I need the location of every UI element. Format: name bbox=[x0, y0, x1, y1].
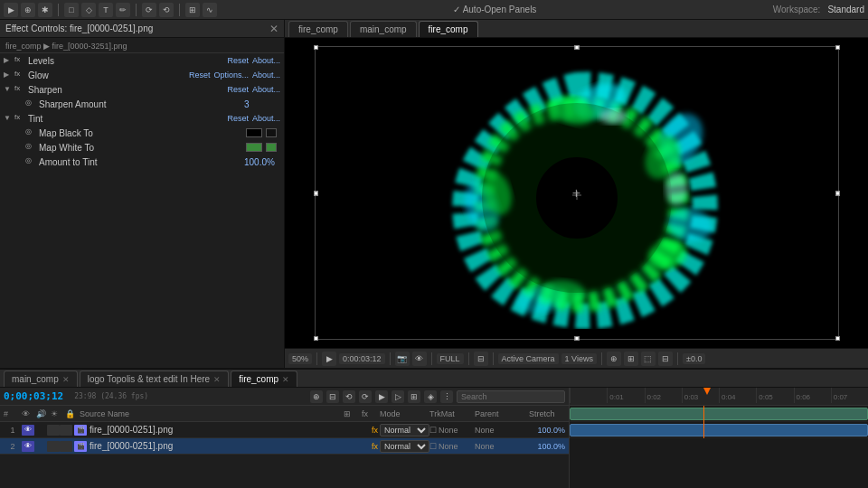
comp-view-icon[interactable]: 👁 bbox=[412, 352, 427, 366]
layer-2-lock[interactable] bbox=[60, 441, 72, 452]
comp-tab-main-comp[interactable]: main_comp bbox=[350, 21, 417, 37]
handle-tl[interactable] bbox=[314, 45, 318, 50]
glow-reset[interactable]: Reset bbox=[189, 70, 211, 80]
tl-track-row-1[interactable] bbox=[570, 406, 868, 422]
comp-tab-fire-comp-1[interactable]: fire_comp bbox=[288, 21, 348, 37]
tl-icon-8[interactable]: ◈ bbox=[424, 390, 437, 403]
effect-row-amount-tint[interactable]: ◎ Amount to Tint 100.0% bbox=[0, 155, 284, 169]
sharpen-toggle[interactable]: ▼ bbox=[4, 85, 13, 94]
amount-tint-value[interactable]: 100.0% bbox=[244, 157, 280, 167]
timeline-tab-logo[interactable]: logo Topolis & text edit In Here ✕ bbox=[80, 371, 229, 387]
tint-toggle[interactable]: ▼ bbox=[4, 114, 13, 123]
timeline-tab-fire-comp-close[interactable]: ✕ bbox=[282, 375, 289, 384]
comp-render-icon[interactable]: ⊕ bbox=[607, 352, 621, 366]
handle-tr[interactable] bbox=[835, 45, 840, 50]
toolbar-icon-6[interactable]: T bbox=[99, 3, 113, 17]
tl-icon-3[interactable]: ⟲ bbox=[343, 390, 355, 403]
tl-icon-4[interactable]: ⟳ bbox=[359, 390, 372, 403]
toolbar-icon-1[interactable]: ▶ bbox=[4, 3, 18, 17]
effect-row-levels[interactable]: ▶ fx Levels Reset About... bbox=[0, 53, 284, 68]
sharpen-amount-value[interactable]: 3 bbox=[244, 99, 280, 109]
toolbar-icon-9[interactable]: ⟲ bbox=[159, 3, 174, 17]
comp-exposure[interactable]: ±0.0 bbox=[683, 353, 705, 364]
effect-row-map-white[interactable]: ◎ Map White To bbox=[0, 140, 284, 155]
tl-timecode[interactable]: 0;00;03;12 bbox=[4, 390, 63, 402]
map-white-swatch2[interactable] bbox=[266, 143, 277, 152]
tl-icon-2[interactable]: ⊟ bbox=[326, 390, 339, 403]
layer-1-stretch[interactable]: 100.0% bbox=[529, 426, 565, 435]
effect-controls-close[interactable]: ✕ bbox=[269, 23, 278, 35]
tl-track-bar-2[interactable] bbox=[570, 424, 868, 436]
toolbar-icon-4[interactable]: □ bbox=[64, 3, 79, 17]
effect-row-tint[interactable]: ▼ fx Tint Reset About... bbox=[0, 111, 284, 126]
effect-row-glow[interactable]: ▶ fx Glow Reset Options... About... bbox=[0, 68, 284, 82]
toolbar-icon-8[interactable]: ⟳ bbox=[142, 3, 156, 17]
comp-grid-icon[interactable]: ⊟ bbox=[658, 352, 673, 366]
effect-row-map-black[interactable]: ◎ Map Black To bbox=[0, 126, 284, 140]
tl-icon-9[interactable]: ⋮ bbox=[440, 390, 453, 403]
tl-layer-row-1[interactable]: 1 👁 🎬 fire_[0000-0251].png fx Normal ☐ N… bbox=[0, 422, 569, 438]
handle-tm[interactable] bbox=[574, 45, 579, 50]
effect-row-sharpen[interactable]: ▼ fx Sharpen Reset About... bbox=[0, 82, 284, 97]
glow-toggle[interactable]: ▶ bbox=[4, 70, 13, 80]
layer-2-audio[interactable] bbox=[34, 441, 47, 452]
timeline-tab-logo-close[interactable]: ✕ bbox=[213, 375, 221, 384]
comp-region-icon[interactable]: ⊟ bbox=[474, 352, 488, 366]
handle-mr[interactable] bbox=[835, 191, 840, 195]
comp-trans-icon[interactable]: ⊞ bbox=[624, 352, 638, 366]
comp-play-icon[interactable]: ▶ bbox=[322, 352, 336, 366]
levels-toggle[interactable]: ▶ bbox=[4, 56, 13, 65]
toolbar-icon-7[interactable]: ✏ bbox=[116, 3, 130, 17]
comp-tab-fire-comp-2[interactable]: fire_comp bbox=[419, 21, 478, 37]
toolbar-icon-10[interactable]: ⊞ bbox=[185, 3, 200, 17]
map-white-swatch[interactable] bbox=[246, 143, 262, 152]
toolbar-icon-5[interactable]: ◇ bbox=[81, 3, 96, 17]
comp-timecode[interactable]: 0:00:03:12 bbox=[339, 353, 385, 364]
tl-icon-5[interactable]: ▶ bbox=[375, 390, 388, 403]
layer-1-solo[interactable] bbox=[47, 425, 60, 436]
levels-about[interactable]: About... bbox=[252, 56, 280, 65]
layer-1-audio[interactable] bbox=[34, 425, 47, 436]
layer-1-vis[interactable]: 👁 bbox=[22, 425, 34, 436]
handle-ml[interactable] bbox=[314, 191, 318, 195]
handle-bm[interactable] bbox=[574, 336, 579, 341]
comp-views[interactable]: 1 Views bbox=[561, 353, 597, 364]
tint-about[interactable]: About... bbox=[252, 114, 280, 123]
handle-br[interactable] bbox=[835, 336, 840, 341]
comp-resolution[interactable]: FULL bbox=[437, 353, 464, 364]
tint-reset[interactable]: Reset bbox=[227, 114, 249, 123]
toolbar-icon-2[interactable]: ⊕ bbox=[21, 3, 35, 17]
effect-row-sharpen-amount[interactable]: ◎ Sharpen Amount 3 bbox=[0, 97, 284, 111]
tl-ruler[interactable]: 0:01 0:02 0:03 0:04 0:05 0:06 0:07 bbox=[570, 388, 868, 406]
sharpen-reset[interactable]: Reset bbox=[227, 85, 249, 94]
timeline-tab-main-comp[interactable]: main_comp ✕ bbox=[4, 371, 78, 387]
layer-2-stretch[interactable]: 100.0% bbox=[529, 442, 565, 451]
layer-2-vis[interactable]: 👁 bbox=[22, 441, 34, 452]
timeline-tab-main-comp-close[interactable]: ✕ bbox=[62, 375, 70, 384]
glow-about[interactable]: About... bbox=[252, 70, 280, 80]
tl-track-bar-1[interactable] bbox=[570, 408, 868, 420]
auto-open-panels[interactable]: ✓ Auto-Open Panels bbox=[453, 5, 536, 14]
tl-layer-row-2[interactable]: 2 👁 🎬 fire_[0000-0251].png fx Normal ☐ N… bbox=[0, 438, 569, 455]
tl-icon-6[interactable]: ▷ bbox=[392, 390, 404, 403]
toolbar-icon-3[interactable]: ✱ bbox=[38, 3, 52, 17]
layer-2-solo[interactable] bbox=[47, 441, 60, 452]
timeline-tab-fire-comp[interactable]: fire_comp ✕ bbox=[231, 371, 297, 387]
tl-icon-7[interactable]: ⊞ bbox=[408, 390, 420, 403]
comp-snapshot-icon[interactable]: 📷 bbox=[395, 352, 410, 366]
glow-options[interactable]: Options... bbox=[213, 70, 249, 80]
layer-2-mode[interactable]: Normal bbox=[380, 440, 429, 453]
map-black-swatch[interactable] bbox=[246, 128, 262, 137]
levels-reset[interactable]: Reset bbox=[227, 56, 249, 65]
handle-bl[interactable] bbox=[314, 336, 318, 341]
tl-icon-1[interactable]: ⊕ bbox=[310, 390, 323, 403]
map-black-swatch2[interactable] bbox=[266, 128, 277, 137]
sharpen-about[interactable]: About... bbox=[252, 85, 280, 94]
tl-track-row-2[interactable] bbox=[570, 422, 868, 438]
comp-zoom[interactable]: 50% bbox=[288, 353, 312, 364]
toolbar-icon-11[interactable]: ∿ bbox=[203, 3, 217, 17]
layer-1-mode[interactable]: Normal bbox=[380, 424, 429, 436]
tl-search-input[interactable] bbox=[457, 390, 565, 403]
comp-safe-icon[interactable]: ⬚ bbox=[641, 352, 656, 366]
layer-1-lock[interactable] bbox=[60, 425, 72, 436]
